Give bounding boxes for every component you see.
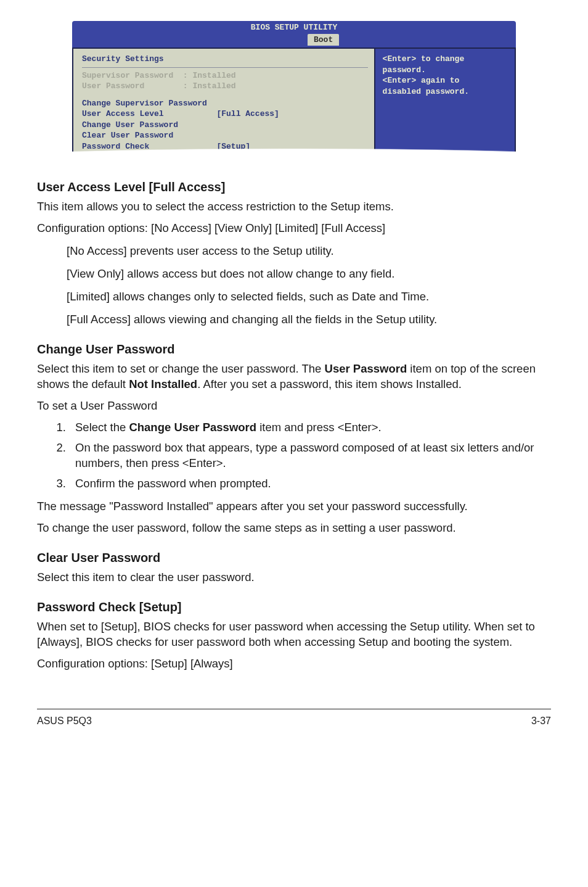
footer-divider bbox=[37, 709, 551, 709]
bios-body: Security Settings Supervisor Password : … bbox=[72, 47, 516, 158]
bios-tab-boot: Boot bbox=[308, 34, 339, 46]
status-supervisor-password: Supervisor Password : Installed bbox=[82, 70, 368, 81]
menu-change-supervisor-password: Change Supervisor Password bbox=[82, 98, 368, 109]
text-span: Select the bbox=[75, 421, 129, 434]
heading-clear-user-password: Clear User Password bbox=[37, 550, 551, 566]
text-span: . After you set a password, this item sh… bbox=[197, 377, 462, 390]
option-limited: [Limited] allows changes only to selecte… bbox=[67, 289, 551, 305]
list-item: On the password box that appears, type a… bbox=[69, 440, 551, 471]
paragraph: When set to [Setup], BIOS checks for use… bbox=[37, 619, 551, 650]
paragraph: Select this item to clear the user passw… bbox=[37, 570, 551, 585]
text-span: Select this item to set or change the us… bbox=[37, 362, 325, 375]
help-line: disabled password. bbox=[383, 86, 507, 97]
paragraph: Configuration options: [No Access] [View… bbox=[37, 221, 551, 236]
bios-panel: BIOS SETUP UTILITY Boot Security Setting… bbox=[72, 21, 516, 158]
help-line: <Enter> again to bbox=[383, 75, 507, 86]
bold-text: Change User Password bbox=[129, 421, 256, 434]
paragraph: Configuration options: [Setup] [Always] bbox=[37, 656, 551, 672]
security-settings-heading: Security Settings bbox=[82, 54, 368, 65]
page-footer: ASUS P5Q3 3-37 bbox=[37, 714, 551, 728]
steps-list: Select the Change User Password item and… bbox=[69, 420, 551, 492]
help-line: password. bbox=[383, 65, 507, 76]
menu-change-user-password: Change User Password bbox=[82, 120, 368, 131]
paragraph: To set a User Password bbox=[37, 398, 551, 414]
menu-user-access-level: User Access Level [Full Access] bbox=[82, 109, 368, 120]
paragraph: The message "Password Installed" appears… bbox=[37, 499, 551, 514]
paragraph: To change the user password, follow the … bbox=[37, 521, 551, 536]
paragraph: This item allows you to select the acces… bbox=[37, 199, 551, 215]
option-no-access: [No Access] prevents user access to the … bbox=[67, 244, 551, 259]
spacer bbox=[82, 92, 368, 98]
bios-help-pane: <Enter> to change password. <Enter> agai… bbox=[374, 49, 516, 157]
list-item: Select the Change User Password item and… bbox=[69, 420, 551, 435]
menu-password-check: Password Check [Setup] bbox=[82, 141, 368, 152]
heading-password-check: Password Check [Setup] bbox=[37, 599, 551, 616]
bios-utility-title: BIOS SETUP UTILITY bbox=[72, 21, 516, 33]
help-line: <Enter> to change bbox=[383, 54, 507, 65]
heading-change-user-password: Change User Password bbox=[37, 341, 551, 358]
bold-text: Not Installed bbox=[129, 377, 197, 390]
footer-product: ASUS P5Q3 bbox=[37, 714, 92, 728]
option-full-access: [Full Access] allows viewing and changin… bbox=[67, 312, 551, 328]
menu-clear-user-password: Clear User Password bbox=[82, 130, 368, 141]
bios-left-pane: Security Settings Supervisor Password : … bbox=[72, 49, 374, 157]
status-user-password: User Password : Installed bbox=[82, 81, 368, 92]
bold-text: User Password bbox=[325, 362, 407, 375]
text-span: item and press <Enter>. bbox=[256, 421, 382, 434]
option-view-only: [View Only] allows access but does not a… bbox=[67, 266, 551, 282]
bios-divider bbox=[82, 67, 368, 68]
paragraph: Select this item to set or change the us… bbox=[37, 361, 551, 392]
bios-tab-bar: Boot bbox=[72, 33, 516, 48]
list-item: Confirm the password when prompted. bbox=[69, 476, 551, 492]
option-list: [No Access] prevents user access to the … bbox=[67, 244, 551, 328]
heading-user-access-level: User Access Level [Full Access] bbox=[37, 179, 551, 196]
footer-page-number: 3-37 bbox=[531, 714, 551, 728]
